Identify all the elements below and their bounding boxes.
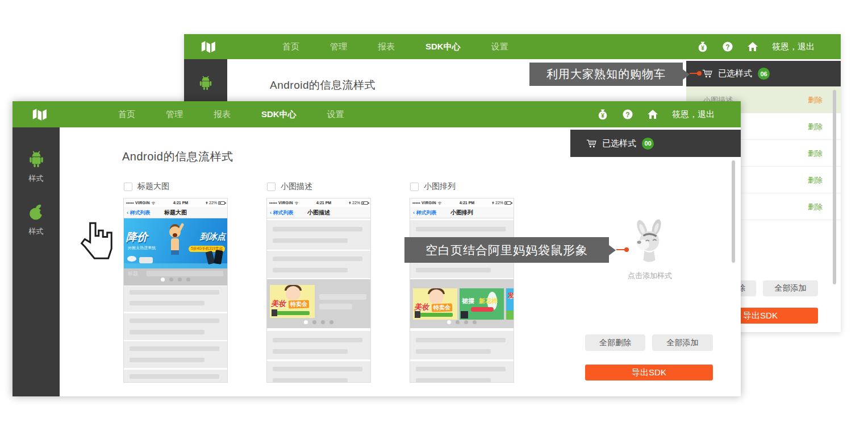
nav-item-settings[interactable]: 设置 (476, 34, 524, 59)
delete-link[interactable]: 删除 (808, 122, 823, 132)
style-card-title-bigimage[interactable]: ••••• VIRGIN 4:21 PM 22% ‹ 样式列表 标题大图 降价 … (123, 198, 228, 383)
money-bag-icon[interactable]: ¥ (597, 109, 608, 120)
delete-link[interactable]: 删除 (808, 95, 823, 105)
carrier-text: ••••• VIRGIN (126, 201, 150, 205)
hand-cursor-icon (78, 221, 114, 264)
style-label: 小图描述 (281, 181, 312, 192)
add-all-button[interactable]: 全部添加 (652, 334, 713, 351)
cart-icon (586, 139, 597, 148)
pagination-dots (124, 274, 227, 284)
nav-item-report[interactable]: 报表 (362, 34, 410, 59)
feed-placeholder-block (410, 331, 514, 359)
sidebar-label: 样式 (29, 227, 44, 235)
style-option-smallimage-desc: 小图描述 (267, 181, 312, 192)
nav-menu: 首页 管理 报表 SDK中心 设置 (267, 34, 524, 59)
style-option-title-bigimage: 标题大图 (124, 181, 169, 192)
export-sdk-button[interactable]: 导出SDK (585, 365, 713, 380)
feed-placeholder-block (410, 361, 514, 383)
banner-title-bar: 标题 (124, 268, 227, 286)
alimama-logo-icon (200, 40, 219, 53)
phone-status-bar: ••••• VIRGIN 4:21 PM 22% (124, 198, 227, 207)
top-navbar: 首页 管理 报表 SDK中心 设置 ¥ ? 筱恩，退出 (12, 101, 741, 127)
nav-item-sdk-center[interactable]: SDK中心 (410, 34, 476, 59)
nav-item-settings[interactable]: 设置 (312, 102, 360, 127)
home-icon[interactable] (747, 41, 758, 52)
fg-sidebar: 样式 样式 (12, 127, 60, 396)
back-button: ‹ 样式列表 (270, 207, 294, 218)
help-icon[interactable]: ? (622, 109, 633, 120)
scrollbar[interactable] (732, 160, 735, 263)
promo-banner-image: 降价 外面太热进来脱 到冰点 5折4G手机319元起 (124, 218, 227, 268)
nav-item-home[interactable]: 首页 (103, 102, 151, 127)
phone-nav-bar: ‹ 样式列表 小图排列 (410, 207, 514, 218)
clock-text: 4:21 PM (156, 201, 206, 205)
svg-text:?: ? (625, 111, 629, 119)
charging-bolt-icon (206, 201, 208, 205)
style-checkbox[interactable] (410, 183, 419, 191)
style-checkbox[interactable] (267, 183, 276, 191)
style-checkbox[interactable] (124, 183, 132, 191)
banner-text-left: 降价 (126, 230, 148, 245)
callout-arrow (609, 245, 616, 255)
battery-icon (218, 201, 225, 205)
style-card-smallimage-desc[interactable]: ••••• VIRGIN 4:21 PM 22% ‹ 样式列表 小图描述 (266, 198, 371, 383)
svg-text:¥: ¥ (601, 113, 604, 119)
callout-connector-line (690, 73, 698, 74)
feed-placeholder-block (267, 251, 370, 278)
help-icon[interactable]: ? (722, 41, 733, 52)
delete-link[interactable]: 删除 (808, 175, 823, 185)
selected-styles-label: 已选样式 (718, 68, 752, 79)
nav-menu: 首页 管理 报表 SDK中心 设置 (103, 102, 360, 127)
sidebar-label: 样式 (29, 174, 44, 183)
phone-nav-bar: ‹ 样式列表 小图描述 (267, 207, 370, 218)
add-style-hint: 点击添加样式 (570, 271, 729, 281)
feed-placeholder-block (124, 313, 227, 340)
nav-item-sdk-center[interactable]: SDK中心 (246, 102, 312, 127)
money-bag-icon[interactable]: ¥ (697, 41, 708, 52)
feed-placeholder-block (124, 370, 227, 383)
user-logout-link[interactable]: 筱恩，退出 (772, 42, 815, 52)
ad-slot-highlight: 美妆 特卖会 裙摆 新花样 发 (410, 279, 514, 328)
promo-thumb-partial: 发 (506, 288, 514, 320)
delete-link[interactable]: 删除 (808, 202, 823, 212)
scrollbar[interactable] (833, 90, 836, 284)
nav-item-home[interactable]: 首页 (267, 34, 315, 59)
product-earbud (127, 256, 136, 262)
apple-icon (27, 203, 45, 221)
svg-text:¥: ¥ (701, 45, 704, 51)
promo-thumb-beauty: 美妆 特卖会 (413, 288, 457, 320)
style-card-smallimage-row[interactable]: ••••• VIRGIN 4:21 PM 22% ‹ 样式列表 小图排列 (410, 198, 514, 383)
wifi-icon (151, 201, 156, 205)
android-icon (28, 150, 45, 168)
product-phone (214, 250, 223, 264)
charging-bolt-icon (349, 201, 351, 205)
selected-styles-header: 已选样式 06 (686, 61, 841, 86)
user-logout-link[interactable]: 筱恩，退出 (672, 109, 715, 120)
selected-count-badge: 06 (758, 68, 770, 80)
add-all-button[interactable]: 全部添加 (763, 280, 818, 296)
style-label: 标题大图 (137, 181, 169, 192)
kangaroo-mascot-icon (629, 220, 671, 265)
phone-status-bar: ••••• VIRGIN 4:21 PM 22% (410, 198, 514, 207)
home-icon[interactable] (647, 109, 658, 120)
sidebar-item-android-styles[interactable]: 样式 (12, 150, 60, 184)
promo-thumb-dress: 裙摆 新花样 (460, 288, 504, 320)
banner-text-right: 到冰点 (200, 231, 226, 242)
nav-item-manage[interactable]: 管理 (151, 102, 198, 127)
style-option-smallimage-row: 小图排列 (410, 181, 456, 192)
battery-text: 22% (209, 201, 217, 205)
battery-icon (504, 201, 511, 205)
top-navbar: 首页 管理 报表 SDK中心 设置 ¥ ? 筱恩，退出 (184, 34, 841, 59)
promo-thumb-beauty: 美妆 特卖会 (270, 285, 315, 318)
sidebar-item-ios-styles[interactable]: 样式 (12, 203, 60, 237)
android-icon (198, 75, 213, 91)
nav-item-report[interactable]: 报表 (198, 102, 246, 127)
selected-count-badge: 00 (642, 138, 654, 150)
battery-icon (361, 201, 368, 205)
alimama-logo-icon (31, 107, 51, 121)
delete-link[interactable]: 删除 (808, 148, 823, 159)
delete-all-button[interactable]: 全部删除 (585, 334, 645, 351)
nav-item-manage[interactable]: 管理 (315, 34, 362, 59)
callout-shopping-cart: 利用大家熟知的购物车 (529, 63, 683, 86)
sidebar-item-android-styles[interactable] (184, 75, 227, 91)
